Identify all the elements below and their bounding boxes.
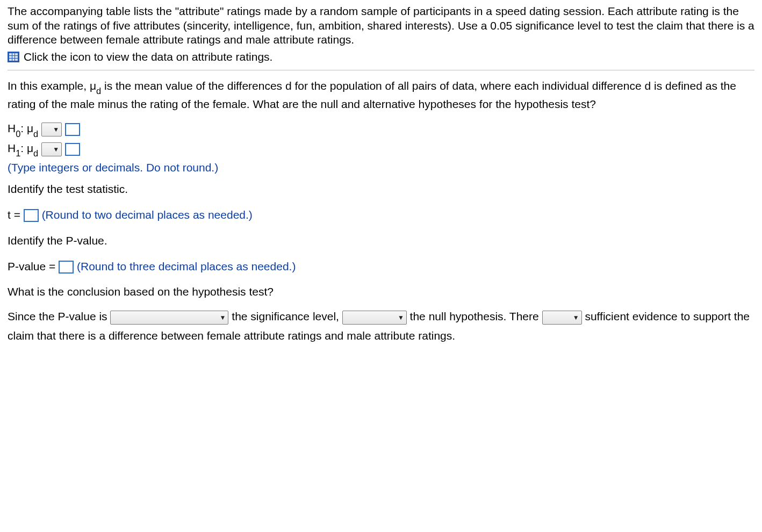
h1-H: H <box>8 142 16 154</box>
h0-label: H0: μd <box>8 122 38 137</box>
h0-mu-sub: d <box>33 129 38 139</box>
pvalue-prompt: Identify the P-value. <box>8 234 754 247</box>
pvalue-compare-select[interactable]: ▼ <box>110 311 228 325</box>
h0-value-input[interactable] <box>65 123 80 136</box>
alt-hypothesis-line: H1: μd ▼ <box>8 142 754 157</box>
conclusion-sentence: Since the P-value is ▼ the significance … <box>8 307 754 345</box>
sufficient-select[interactable]: ▼ <box>542 311 582 325</box>
icon-instruction-text: Click the icon to view the data on attri… <box>24 51 272 63</box>
chevron-down-icon: ▼ <box>53 126 59 133</box>
t-label: t = <box>8 209 20 221</box>
divider <box>8 70 754 70</box>
test-stat-line: t = (Round to two decimal places as need… <box>8 204 754 226</box>
h0-sub: 0 <box>16 129 20 139</box>
context-paragraph: In this example, μd is the mean value of… <box>8 78 754 112</box>
mu-subscript: d <box>96 86 101 96</box>
h0-colon-mu: : μ <box>20 122 33 134</box>
intro-text: The accompanying table lists the "attrib… <box>8 4 754 47</box>
h0-H: H <box>8 122 16 134</box>
h1-value-input[interactable] <box>65 143 80 156</box>
hypothesis-hint: (Type integers or decimals. Do not round… <box>8 161 754 174</box>
pvalue-line: P-value = (Round to three decimal places… <box>8 256 754 277</box>
h1-operator-select[interactable]: ▼ <box>41 142 62 156</box>
h1-mu-sub: d <box>33 148 38 158</box>
question-container: The accompanying table lists the "attrib… <box>0 0 762 356</box>
h0-operator-select[interactable]: ▼ <box>41 123 62 136</box>
null-hypothesis-line: H0: μd ▼ <box>8 122 754 137</box>
chevron-down-icon: ▼ <box>220 312 226 323</box>
t-hint: (Round to two decimal places as needed.) <box>42 209 253 221</box>
conclusion-prompt: What is the conclusion based on the hypo… <box>8 285 754 298</box>
test-stat-prompt: Identify the test statistic. <box>8 183 754 196</box>
t-value-input[interactable] <box>24 209 39 222</box>
pvalue-input[interactable] <box>59 261 74 274</box>
pvalue-label: P-value = <box>8 260 55 272</box>
conclusion-seg2: the significance level, <box>232 310 339 322</box>
h1-label: H1: μd <box>8 142 38 157</box>
context-pre: In this example, <box>8 80 90 92</box>
chevron-down-icon: ▼ <box>53 146 59 153</box>
h1-colon-mu: : μ <box>20 142 33 154</box>
conclusion-seg3: the null hypothesis. There <box>410 310 539 322</box>
table-icon[interactable] <box>8 52 19 62</box>
pvalue-hint: (Round to three decimal places as needed… <box>77 260 296 272</box>
chevron-down-icon: ▼ <box>398 312 404 323</box>
h1-sub: 1 <box>16 148 20 158</box>
context-post: is the mean value of the differences d f… <box>8 80 736 110</box>
reject-select[interactable]: ▼ <box>342 311 407 325</box>
conclusion-seg1: Since the P-value is <box>8 310 107 322</box>
data-icon-row: Click the icon to view the data on attri… <box>8 51 754 63</box>
chevron-down-icon: ▼ <box>573 312 579 323</box>
mu-symbol: μ <box>90 80 96 92</box>
